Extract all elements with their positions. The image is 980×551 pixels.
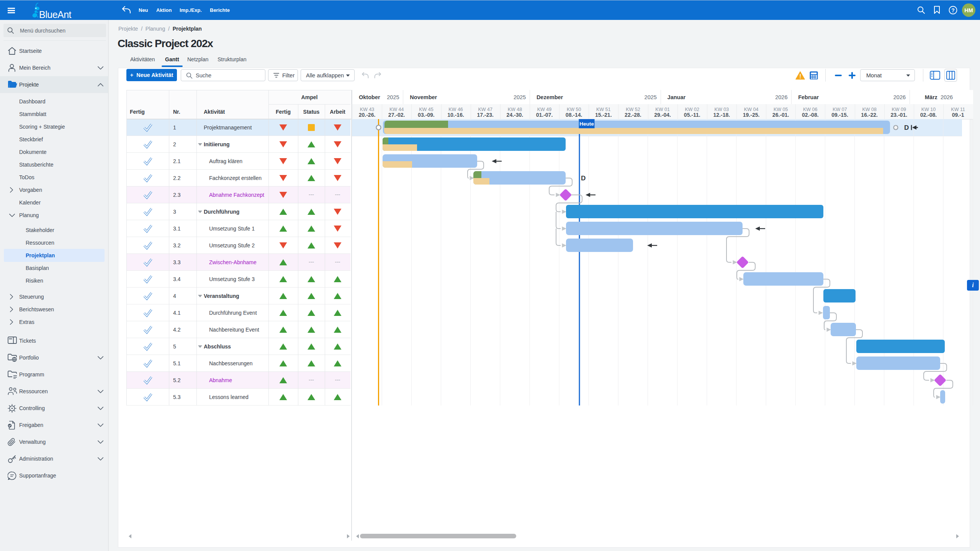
svg-text:D: D	[581, 175, 586, 182]
svg-text:BlueAnt: BlueAnt	[39, 9, 72, 19]
svg-text:---: ---	[309, 191, 314, 198]
svg-text:---: ---	[335, 259, 340, 265]
svg-text:D: D	[904, 124, 909, 131]
svg-text:Heute: Heute	[579, 121, 594, 127]
svg-text:?: ?	[951, 7, 955, 13]
svg-text:---: ---	[335, 191, 340, 198]
svg-text:---: ---	[309, 377, 314, 383]
svg-text:---: ---	[335, 377, 340, 383]
svg-text:---: ---	[309, 259, 314, 265]
